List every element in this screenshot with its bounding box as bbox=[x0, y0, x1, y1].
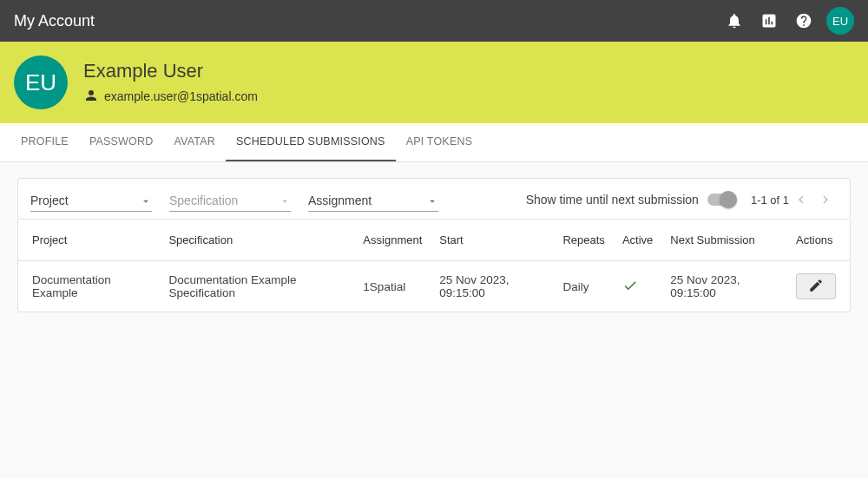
project-select-label: Project bbox=[30, 194, 69, 207]
tab-profile[interactable]: PROFILE bbox=[10, 123, 79, 161]
cell-next-submission: 25 Nov 2023, 09:15:00 bbox=[661, 261, 787, 312]
tab-password[interactable]: PASSWORD bbox=[79, 123, 164, 161]
avatar-large: EU bbox=[14, 56, 68, 109]
tab-scheduled-submissions[interactable]: SCHEDULED SUBMISSIONS bbox=[226, 123, 396, 161]
pencil-icon bbox=[808, 278, 824, 296]
col-project: Project bbox=[18, 220, 160, 261]
tab-api-tokens[interactable]: API TOKENS bbox=[396, 123, 483, 161]
col-next-submission: Next Submission bbox=[661, 220, 787, 261]
assignment-select[interactable]: Assignment bbox=[308, 188, 438, 212]
notifications-icon[interactable] bbox=[719, 5, 750, 36]
table-row: Documentation Example Documentation Exam… bbox=[18, 261, 850, 312]
user-email: example.user@1spatial.com bbox=[104, 89, 258, 103]
submissions-table: Project Specification Assignment Start R… bbox=[18, 220, 850, 312]
pager-range: 1-1 of 1 bbox=[751, 194, 789, 207]
specification-select[interactable]: Specification bbox=[169, 188, 291, 212]
filter-toolbar: Project Specification Assignment Show ti… bbox=[17, 178, 851, 220]
pager-next[interactable] bbox=[813, 187, 838, 212]
user-name: Example User bbox=[83, 60, 258, 82]
cell-assignment: 1Spatial bbox=[354, 261, 431, 312]
col-specification: Specification bbox=[160, 220, 354, 261]
col-assignment: Assignment bbox=[354, 220, 431, 261]
person-icon bbox=[83, 88, 104, 106]
pager-prev[interactable] bbox=[789, 187, 813, 212]
pager: 1-1 of 1 bbox=[751, 187, 838, 212]
help-icon[interactable] bbox=[788, 5, 819, 36]
specification-select-placeholder: Specification bbox=[169, 194, 238, 207]
cell-repeats: Daily bbox=[554, 261, 613, 312]
chevron-down-icon bbox=[279, 195, 291, 210]
toggle-knob bbox=[720, 191, 737, 208]
cell-start: 25 Nov 2023, 09:15:00 bbox=[431, 261, 554, 312]
submissions-table-card: Project Specification Assignment Start R… bbox=[17, 220, 851, 312]
col-active: Active bbox=[614, 220, 661, 261]
user-banner: EU Example User example.user@1spatial.co… bbox=[0, 42, 868, 123]
time-until-toggle[interactable] bbox=[707, 194, 737, 206]
col-actions: Actions bbox=[787, 220, 850, 261]
edit-button[interactable] bbox=[796, 273, 836, 299]
cell-project: Documentation Example bbox=[18, 261, 160, 312]
user-email-row: example.user@1spatial.com bbox=[83, 88, 258, 106]
cell-specification: Documentation Example Specification bbox=[160, 261, 354, 312]
tabs: PROFILE PASSWORD AVATAR SCHEDULED SUBMIS… bbox=[0, 123, 868, 162]
stats-icon[interactable] bbox=[753, 5, 785, 36]
chevron-down-icon bbox=[140, 195, 152, 210]
avatar[interactable]: EU bbox=[826, 7, 854, 35]
col-start: Start bbox=[431, 220, 554, 261]
toggle-label: Show time until next submission bbox=[526, 193, 699, 207]
check-icon bbox=[622, 283, 638, 296]
assignment-select-label: Assignment bbox=[308, 194, 372, 207]
chevron-down-icon bbox=[426, 195, 438, 210]
col-repeats: Repeats bbox=[554, 220, 613, 261]
topbar: My Account EU bbox=[0, 0, 868, 42]
cell-active bbox=[614, 261, 661, 312]
cell-actions bbox=[787, 261, 850, 312]
content: Project Specification Assignment Show ti… bbox=[0, 162, 868, 328]
project-select[interactable]: Project bbox=[30, 188, 152, 212]
tab-avatar[interactable]: AVATAR bbox=[164, 123, 227, 161]
page-title: My Account bbox=[14, 12, 715, 30]
